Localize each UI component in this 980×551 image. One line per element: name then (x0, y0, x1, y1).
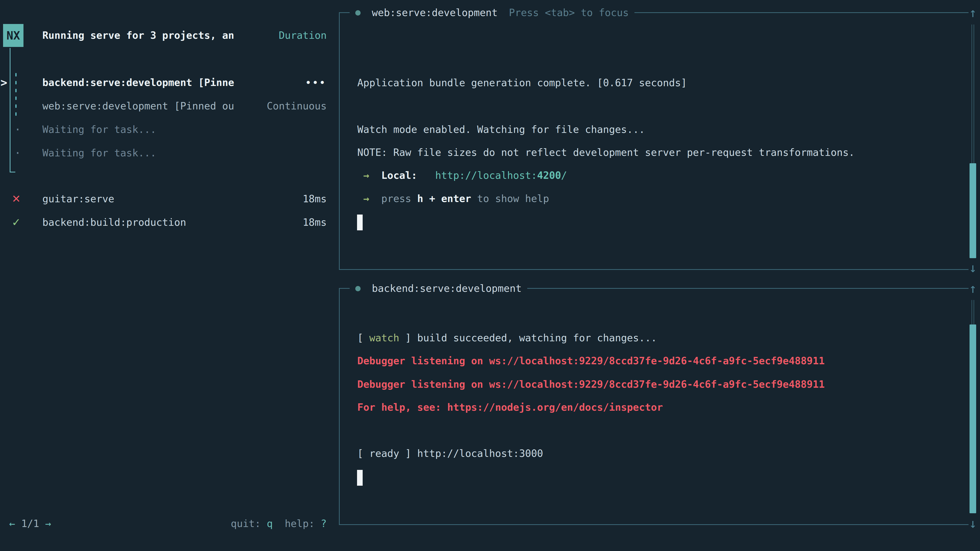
nx-tui-terminal: { "colors": { "background": "#16242e", "… (0, 0, 980, 551)
duration-column-header: Duration (279, 24, 327, 47)
task-name: Waiting for task... (42, 118, 156, 141)
scroll-down-icon[interactable]: ↓ (966, 517, 980, 530)
status-dot-icon (355, 10, 361, 16)
help-key: ? (321, 518, 327, 529)
task-name: backend:serve:development [Pinne (42, 71, 234, 94)
quit-label: quit: (231, 518, 267, 529)
page-count: 1/1 (15, 518, 45, 529)
task-name: guitar:serve (42, 187, 115, 211)
terminal-line: NOTE: Raw file sizes do not reflect deve… (357, 141, 855, 164)
help-label: help: (285, 518, 321, 529)
status-dot-icon (355, 286, 361, 291)
terminal-line-debugger: Debugger listening on ws://localhost:922… (357, 373, 824, 396)
terminal-line-inspector-help: For help, see: https://nodejs.org/en/doc… (357, 395, 663, 419)
local-url-port[interactable]: 4200 (537, 170, 561, 181)
terminal-cursor (357, 470, 363, 486)
task-row-web-serve[interactable]: web:serve:development [Pinned ou Continu… (0, 94, 328, 118)
terminal-line-help-hint: → press h + enter to show help (357, 187, 549, 210)
task-list-header: Running serve for 3 projects, an Duratio… (0, 24, 328, 47)
hint-separator (273, 518, 285, 529)
arrow-icon: → (357, 170, 381, 181)
bracket: [ (357, 332, 369, 344)
panel-title-bar: web:serve:developmentPress <tab> to focu… (350, 1, 635, 24)
terminal-line: Application bundle generation complete. … (357, 71, 687, 95)
task-row-backend-build[interactable]: ✓ backend:build:production 18ms (0, 211, 328, 234)
output-panel-web-serve[interactable]: web:serve:developmentPress <tab> to focu… (339, 12, 969, 270)
keybind-hints: quit: q help: ? (231, 512, 327, 535)
output-panel-backend-serve[interactable]: backend:serve:development [ watch ] buil… (339, 288, 969, 525)
spacer (417, 170, 435, 181)
task-name: Waiting for task... (42, 141, 156, 165)
terminal-cursor (357, 214, 363, 230)
pager-right-arrow-icon[interactable]: → (45, 518, 51, 529)
task-duration: 18ms (303, 187, 327, 211)
task-name: web:serve:development [Pinned ou (42, 94, 234, 118)
waiting-dot-icon: · (14, 118, 21, 141)
running-spinner-icon (15, 73, 17, 92)
watch-tag: watch (369, 332, 399, 344)
scrollbar-track[interactable] (972, 300, 974, 324)
pager-left-arrow-icon[interactable]: ← (9, 518, 15, 529)
waiting-dot-icon: · (14, 141, 21, 165)
arrow-icon: → (357, 193, 381, 204)
task-row-backend-serve[interactable]: > backend:serve:development [Pinne ••• (0, 71, 328, 94)
press-text-tail: to show help (471, 193, 549, 204)
task-tree-guide-foot (10, 171, 15, 172)
scrollbar-track[interactable] (972, 24, 974, 163)
terminal-line-local-url: → Local: http://localhost:4200/ (357, 164, 567, 187)
failed-x-icon: ✕ (12, 187, 21, 211)
task-name: backend:build:production (42, 211, 186, 234)
local-url-link[interactable]: http://localhost: (435, 170, 537, 181)
keyboard-shortcut: h + enter (417, 193, 471, 204)
terminal-line-debugger: Debugger listening on ws://localhost:922… (357, 349, 824, 373)
panel-title-bar: backend:serve:development (350, 277, 527, 300)
scroll-up-icon[interactable]: ↑ (966, 6, 980, 19)
focus-hint: Press <tab> to focus (509, 1, 629, 24)
scrollbar-thumb[interactable] (969, 163, 976, 258)
task-duration: ••• (306, 71, 327, 94)
terminal-line-watch: [ watch ] build succeeded, watching for … (357, 326, 657, 350)
panel-title: web:serve:development (372, 1, 498, 24)
quit-key: q (267, 518, 272, 529)
local-url-slash[interactable]: / (561, 170, 567, 181)
task-duration: Continuous (267, 94, 327, 118)
task-duration: 18ms (303, 211, 327, 234)
task-row-waiting-1[interactable]: · Waiting for task... (0, 118, 328, 141)
page-indicator: ← 1/1 → (9, 512, 51, 535)
scroll-up-icon[interactable]: ↑ (966, 282, 980, 295)
running-spinner-icon (15, 97, 17, 116)
terminal-line: Watch mode enabled. Watching for file ch… (357, 118, 645, 141)
success-check-icon: ✓ (12, 211, 21, 234)
task-row-waiting-2[interactable]: · Waiting for task... (0, 141, 328, 165)
scrollbar-thumb[interactable] (969, 324, 976, 513)
watch-text: ] build succeeded, watching for changes.… (399, 332, 657, 344)
terminal-line-ready: [ ready ] http://localhost:3000 (357, 442, 543, 465)
local-label: Local: (381, 170, 417, 181)
selected-caret-icon: > (0, 71, 7, 94)
footer-bar: ← 1/1 → quit: q help: ? (0, 512, 328, 535)
panel-title: backend:serve:development (372, 277, 522, 300)
task-list-title: Running serve for 3 projects, an (42, 24, 234, 47)
task-row-guitar-serve[interactable]: ✕ guitar:serve 18ms (0, 187, 328, 211)
press-text: press (381, 193, 417, 204)
scroll-down-icon[interactable]: ↓ (966, 261, 980, 275)
